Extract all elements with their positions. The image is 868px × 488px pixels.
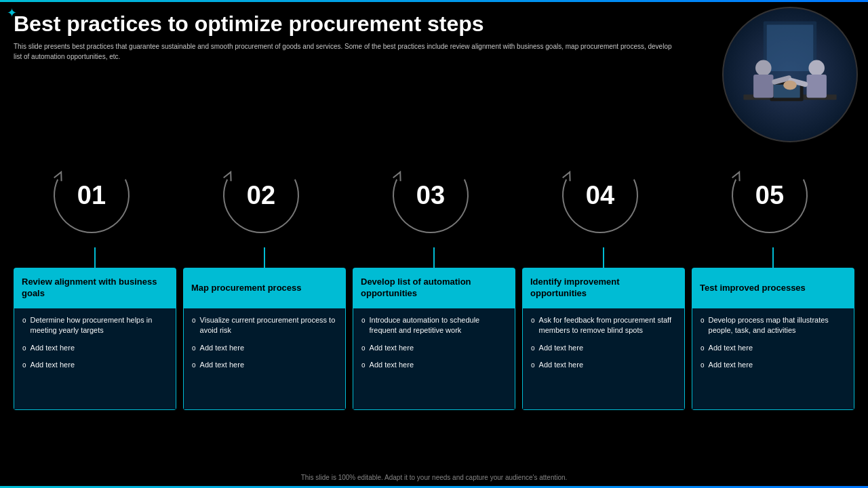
step-2-item-3: oAdd text here	[192, 360, 337, 370]
step-4-item-1: oAsk for feedback from procurement staff…	[531, 315, 676, 336]
svg-rect-7	[753, 75, 773, 98]
list-bullet-icon: o	[22, 361, 26, 370]
step-header-3: 03	[353, 149, 515, 247]
step-5-item-text-3: Add text here	[709, 360, 753, 370]
step-4-item-text-3: Add text here	[539, 360, 583, 370]
footer-text: This slide is 100% editable. Adapt it to…	[0, 474, 868, 481]
list-bullet-icon: o	[22, 316, 26, 325]
list-bullet-icon: o	[531, 316, 535, 325]
step-column-3: 03Develop list of automation opportuniti…	[353, 149, 515, 410]
step-2-item-text-1: Visualize current procurement process to…	[200, 315, 337, 336]
step-4-item-2: oAdd text here	[531, 343, 676, 353]
step-4-item-text-1: Ask for feedback from procurement staff …	[539, 315, 676, 336]
step-column-1: 01Review alignment with business goalsoD…	[14, 149, 176, 410]
connector-line-5	[772, 247, 774, 268]
step-header-5: 05	[692, 149, 854, 247]
step-title-3: Develop list of automation opportunities	[361, 277, 507, 300]
step-1-item-3: oAdd text here	[22, 360, 167, 370]
svg-text:02: 02	[247, 181, 275, 209]
step-header-1: 01	[14, 149, 176, 247]
svg-text:04: 04	[586, 181, 614, 209]
step-5-item-2: oAdd text here	[701, 343, 846, 353]
step-5-item-1: oDevelop process map that illustrates pe…	[701, 315, 846, 336]
step-card-2: Map procurement processoVisualize curren…	[183, 268, 346, 410]
list-bullet-icon: o	[531, 344, 535, 353]
step-5-item-3: oAdd text here	[701, 360, 846, 370]
svg-text:05: 05	[755, 181, 784, 209]
step-card-body-1: oDetermine how procurement helps in meet…	[14, 308, 176, 410]
list-bullet-icon: o	[701, 344, 705, 353]
list-bullet-icon: o	[701, 316, 705, 325]
step-3-item-text-2: Add text here	[370, 343, 414, 353]
main-content: 01Review alignment with business goalsoD…	[14, 149, 854, 410]
step-title-5: Test improved processes	[700, 283, 806, 294]
list-bullet-icon: o	[361, 361, 366, 370]
step-2-item-text-2: Add text here	[200, 343, 244, 353]
step-3-item-text-1: Introduce automation to schedule frequen…	[370, 315, 507, 336]
list-bullet-icon: o	[192, 316, 196, 325]
list-bullet-icon: o	[531, 361, 535, 370]
step-title-2: Map procurement process	[191, 283, 302, 294]
step-card-3: Develop list of automation opportunities…	[353, 268, 515, 410]
step-2-item-1: oVisualize current procurement process t…	[192, 315, 337, 336]
step-4-item-3: oAdd text here	[531, 360, 676, 370]
step-2-item-2: oAdd text here	[192, 343, 337, 353]
step-card-header-5: Test improved processes	[692, 268, 854, 308]
step-title-4: Identify improvement opportunities	[530, 277, 677, 300]
step-2-item-text-3: Add text here	[200, 360, 244, 370]
connector-line-3	[433, 247, 435, 268]
step-5-item-text-2: Add text here	[709, 343, 753, 353]
svg-text:01: 01	[77, 181, 106, 209]
svg-point-9	[808, 60, 825, 76]
top-decorative-line	[0, 0, 868, 2]
step-card-body-5: oDevelop process map that illustrates pe…	[692, 308, 854, 410]
step-card-body-3: oIntroduce automation to schedule freque…	[353, 308, 515, 410]
connector-line-1	[94, 247, 96, 268]
step-card-4: Identify improvement opportunitiesoAsk f…	[522, 268, 685, 410]
list-bullet-icon: o	[192, 361, 196, 370]
step-1-item-text-1: Determine how procurement helps in meeti…	[31, 315, 167, 336]
page-title: Best practices to optimize procurement s…	[14, 12, 678, 36]
step-column-5: 05Test improved processesoDevelop proces…	[692, 149, 854, 410]
step-card-header-2: Map procurement process	[183, 268, 346, 308]
step-3-item-1: oIntroduce automation to schedule freque…	[361, 315, 507, 336]
list-bullet-icon: o	[361, 316, 366, 325]
svg-point-6	[755, 60, 772, 76]
svg-rect-2	[767, 25, 814, 72]
list-bullet-icon: o	[701, 361, 705, 370]
step-card-body-2: oVisualize current procurement process t…	[183, 308, 346, 410]
step-3-item-2: oAdd text here	[361, 343, 507, 353]
step-card-header-1: Review alignment with business goals	[14, 268, 176, 308]
step-card-header-4: Identify improvement opportunities	[522, 268, 685, 308]
step-1-item-text-3: Add text here	[31, 360, 75, 370]
list-bullet-icon: o	[361, 344, 366, 353]
step-3-item-text-3: Add text here	[370, 360, 414, 370]
step-header-4: 04	[522, 149, 685, 247]
step-4-item-text-2: Add text here	[539, 343, 583, 353]
step-1-item-2: oAdd text here	[22, 343, 167, 353]
step-card-body-4: oAsk for feedback from procurement staff…	[522, 308, 685, 410]
step-1-item-1: oDetermine how procurement helps in meet…	[22, 315, 167, 336]
svg-point-12	[783, 81, 797, 90]
svg-text:03: 03	[416, 181, 445, 209]
connector-line-4	[603, 247, 604, 268]
step-1-item-text-2: Add text here	[31, 343, 75, 353]
step-title-1: Review alignment with business goals	[22, 277, 168, 300]
step-column-4: 04Identify improvement opportunitiesoAsk…	[522, 149, 685, 410]
header-image	[722, 7, 858, 142]
list-bullet-icon: o	[22, 344, 26, 353]
step-card-header-3: Develop list of automation opportunities	[353, 268, 515, 308]
connector-line-2	[264, 247, 265, 268]
step-header-2: 02	[183, 149, 346, 247]
step-5-item-text-1: Develop process map that illustrates peo…	[709, 315, 846, 336]
step-3-item-3: oAdd text here	[361, 360, 507, 370]
step-card-5: Test improved processesoDevelop process …	[692, 268, 854, 410]
step-card-1: Review alignment with business goalsoDet…	[14, 268, 176, 410]
page-subtitle: This slide presents best practices that …	[14, 41, 678, 62]
svg-rect-10	[807, 75, 827, 98]
header-section: Best practices to optimize procurement s…	[14, 12, 678, 62]
list-bullet-icon: o	[192, 344, 196, 353]
step-column-2: 02Map procurement processoVisualize curr…	[183, 149, 346, 410]
